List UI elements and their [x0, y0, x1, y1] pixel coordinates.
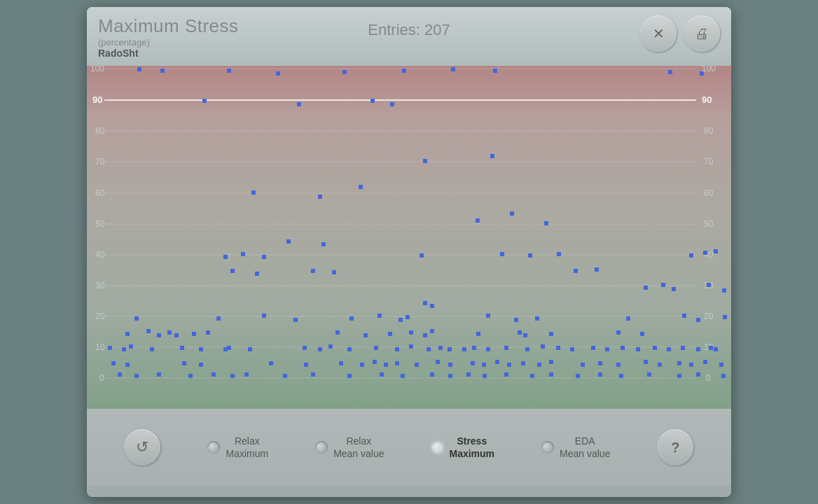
entries-count: Entries: 207 — [368, 21, 450, 39]
svg-rect-100 — [174, 333, 179, 337]
close-button[interactable]: ✕ — [640, 15, 677, 52]
svg-rect-186 — [157, 372, 161, 377]
svg-rect-44 — [297, 102, 301, 106]
svg-rect-156 — [269, 361, 273, 365]
svg-text:20: 20 — [95, 312, 105, 321]
relax-maximum-label: RelaxMaximum — [226, 435, 268, 460]
svg-rect-193 — [347, 374, 352, 378]
svg-text:90: 90 — [92, 94, 102, 105]
svg-rect-61 — [500, 252, 504, 256]
svg-rect-141 — [570, 347, 574, 351]
print-button[interactable]: 🖨 — [684, 15, 720, 52]
svg-rect-68 — [255, 272, 259, 276]
svg-rect-36 — [276, 71, 280, 76]
chart-title: Maximum Stress — [98, 15, 239, 37]
svg-rect-174 — [598, 361, 602, 365]
svg-text:60: 60 — [95, 188, 105, 198]
svg-rect-123 — [248, 347, 252, 351]
svg-rect-41 — [668, 70, 672, 74]
svg-rect-205 — [619, 374, 623, 378]
username: RadoSht — [98, 48, 239, 59]
relax-mean-radio[interactable] — [315, 441, 328, 454]
svg-rect-39 — [451, 67, 455, 71]
svg-rect-159 — [360, 363, 364, 367]
header-buttons: ✕ 🖨 — [640, 15, 720, 52]
svg-rect-37 — [342, 70, 347, 74]
stress-maximum-item: StressMaximum — [431, 435, 495, 460]
svg-rect-175 — [616, 363, 621, 367]
svg-rect-113 — [616, 330, 621, 335]
svg-rect-201 — [530, 374, 534, 378]
eda-mean-radio[interactable] — [541, 441, 554, 454]
svg-rect-56 — [321, 242, 326, 246]
svg-rect-176 — [644, 360, 648, 364]
svg-rect-160 — [373, 360, 377, 364]
svg-rect-69 — [311, 269, 315, 273]
svg-rect-109 — [476, 332, 480, 336]
svg-rect-154 — [182, 361, 186, 365]
svg-rect-126 — [328, 344, 333, 349]
svg-rect-118 — [150, 347, 154, 351]
svg-rect-71 — [574, 269, 578, 273]
svg-rect-102 — [206, 330, 210, 335]
svg-rect-165 — [448, 363, 452, 367]
svg-text:70: 70 — [95, 157, 105, 167]
svg-rect-60 — [420, 253, 424, 258]
relax-maximum-radio[interactable] — [207, 441, 220, 454]
svg-text:70: 70 — [704, 157, 714, 167]
svg-rect-57 — [223, 255, 228, 259]
svg-rect-51 — [359, 185, 363, 189]
stress-maximum-radio[interactable] — [431, 441, 444, 454]
svg-rect-48 — [490, 154, 494, 158]
svg-rect-155 — [199, 363, 203, 367]
svg-rect-50 — [318, 195, 322, 199]
svg-rect-209 — [721, 374, 726, 378]
svg-rect-148 — [681, 346, 685, 350]
svg-rect-114 — [640, 332, 644, 336]
svg-rect-97 — [146, 329, 151, 333]
svg-text:0: 0 — [706, 373, 711, 383]
svg-text:40: 40 — [95, 250, 105, 260]
svg-rect-140 — [556, 346, 560, 350]
svg-rect-82 — [262, 314, 266, 318]
svg-rect-34 — [160, 69, 165, 73]
relax-mean-label: RelaxMean value — [333, 435, 384, 460]
help-button[interactable]: ? — [657, 429, 693, 465]
svg-text:100: 100 — [90, 66, 104, 74]
svg-rect-90 — [535, 316, 539, 321]
svg-rect-197 — [448, 374, 452, 378]
svg-rect-188 — [212, 372, 216, 377]
svg-rect-80 — [134, 316, 139, 321]
svg-rect-83 — [293, 318, 298, 322]
svg-rect-132 — [438, 346, 443, 350]
svg-rect-120 — [199, 347, 203, 351]
svg-rect-142 — [591, 346, 595, 350]
svg-rect-64 — [689, 253, 693, 258]
reset-button[interactable]: ↺ — [124, 429, 160, 465]
svg-rect-192 — [311, 372, 315, 377]
svg-rect-173 — [581, 363, 585, 367]
svg-rect-122 — [227, 346, 231, 350]
svg-rect-166 — [471, 361, 475, 365]
svg-rect-35 — [227, 69, 231, 73]
svg-rect-196 — [430, 372, 434, 377]
svg-rect-111 — [523, 333, 527, 337]
svg-rect-179 — [689, 363, 693, 367]
svg-rect-93 — [696, 318, 700, 322]
svg-rect-84 — [349, 316, 354, 321]
svg-rect-54 — [544, 221, 548, 225]
svg-rect-94 — [723, 315, 727, 319]
svg-rect-153 — [125, 363, 130, 367]
svg-rect-49 — [251, 190, 256, 195]
svg-rect-190 — [244, 372, 249, 377]
svg-text:60: 60 — [704, 188, 714, 198]
svg-rect-161 — [384, 363, 388, 367]
svg-rect-143 — [605, 347, 609, 351]
svg-rect-139 — [541, 344, 545, 349]
svg-rect-207 — [677, 374, 681, 378]
svg-rect-171 — [537, 363, 541, 367]
eda-mean-item: EDAMean value — [541, 435, 610, 460]
svg-rect-130 — [409, 344, 413, 349]
svg-rect-74 — [661, 283, 665, 287]
svg-rect-203 — [576, 374, 580, 378]
